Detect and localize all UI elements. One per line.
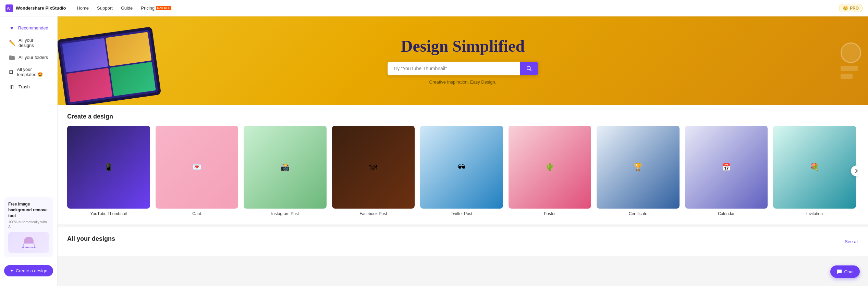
layout: ♥ Recommended ✏️ All your designs All yo… xyxy=(0,16,868,286)
free-tool-image: AI Remove xyxy=(8,232,49,253)
card-img-poster: 🌵 xyxy=(509,126,591,209)
section-divider xyxy=(58,224,868,227)
card-img-fb: 🍽 xyxy=(332,126,415,209)
sidebar-item-recommended[interactable]: ♥ Recommended xyxy=(3,22,54,34)
svg-rect-2 xyxy=(9,55,12,57)
card-img-cert: 🏆 xyxy=(597,126,680,209)
card-twitter-post[interactable]: 🕶 Twitter Post xyxy=(420,126,503,216)
hero-subtitle: Creative Inspiration, Easy Design. xyxy=(388,79,538,85)
card-label-card: Card xyxy=(156,211,239,216)
sidebar-label-templates: All your templates 🤩 xyxy=(17,67,48,77)
card-img-tw: 🕶 xyxy=(420,126,503,209)
all-your-designs-section: All your designs See all xyxy=(58,227,868,256)
sidebar-item-all-designs[interactable]: ✏️ All your designs xyxy=(3,35,54,51)
card-label-tw: Twitter Post xyxy=(420,211,503,216)
sidebar-item-trash[interactable]: 🗑 Trash xyxy=(3,81,54,93)
card-calendar[interactable]: 📅 Calendar xyxy=(685,126,768,216)
hero-search-button[interactable] xyxy=(520,62,538,75)
mini-card-4 xyxy=(110,62,156,96)
sidebar-item-templates[interactable]: ⊞ All your templates 🤩 xyxy=(3,64,54,80)
free-tool-card: Free image background remove tool 100% a… xyxy=(4,197,53,257)
sidebar-item-all-folders[interactable]: All your folders xyxy=(3,52,54,63)
hero-search-bar xyxy=(388,62,538,75)
card-img-inv: 💐 xyxy=(773,126,856,209)
nav-links: Home Support Guide Pricing 60% OFF xyxy=(77,5,171,11)
nav-guide[interactable]: Guide xyxy=(121,5,133,11)
card-label-cert: Certificate xyxy=(597,211,680,216)
card-instagram-post[interactable]: 📸 Instagram Post xyxy=(244,126,327,216)
card-img-cal: 📅 xyxy=(685,126,768,209)
hero-right-decoration xyxy=(841,42,861,79)
card-label-yt: YouTube Thumbnail xyxy=(67,211,150,216)
trash-icon: 🗑 xyxy=(9,84,15,90)
plus-icon: ✦ xyxy=(10,268,14,273)
svg-point-7 xyxy=(527,66,530,70)
nav-right: 👑 PRO xyxy=(839,4,863,12)
nav-pricing[interactable]: Pricing 60% OFF xyxy=(141,5,171,11)
card-img-ig: 📸 xyxy=(244,126,327,209)
see-all-link[interactable]: See all xyxy=(845,239,858,244)
free-tool-subtitle: 100% automatically with AI xyxy=(8,220,49,229)
svg-line-8 xyxy=(530,69,531,71)
nav-home[interactable]: Home xyxy=(77,5,89,11)
brand: W Wondershare PixStudio xyxy=(5,4,66,12)
search-icon xyxy=(526,65,532,72)
heart-icon: ♥ xyxy=(9,25,15,31)
edit-icon: ✏️ xyxy=(9,40,15,46)
main-content: Design Simplified Creative Inspiration, … xyxy=(58,16,868,286)
mini-card-2 xyxy=(106,32,151,66)
card-certificate[interactable]: 🏆 Certificate xyxy=(597,126,680,216)
top-nav: W Wondershare PixStudio Home Support Gui… xyxy=(0,0,868,16)
sidebar-label-all-designs: All your designs xyxy=(19,38,48,48)
pro-badge[interactable]: 👑 PRO xyxy=(839,4,863,12)
card-label-fb: Facebook Post xyxy=(332,211,415,216)
svg-text:AI Remove: AI Remove xyxy=(22,246,36,249)
hero-banner: Design Simplified Creative Inspiration, … xyxy=(58,16,868,105)
create-design-title: Create a design xyxy=(67,113,858,120)
design-cards-row: 📱 YouTube Thumbnail 💌 Card xyxy=(67,126,858,216)
chevron-right-icon xyxy=(854,169,858,173)
mini-card-3 xyxy=(66,68,112,102)
card-label-cal: Calendar xyxy=(685,211,768,216)
brand-name: Wondershare PixStudio xyxy=(16,5,66,11)
all-designs-title: All your designs xyxy=(67,235,115,243)
tablet-body xyxy=(58,26,161,105)
designs-header: All your designs See all xyxy=(67,235,858,248)
card-img-yt: 📱 xyxy=(67,126,150,209)
sidebar-label-all-folders: All your folders xyxy=(19,55,48,60)
create-btn-label: Create a design xyxy=(16,268,47,273)
card-facebook-post[interactable]: 🍽 Facebook Post xyxy=(332,126,415,216)
card-invitation[interactable]: 💐 Invitation xyxy=(773,126,856,216)
hero-tablet-illustration xyxy=(58,16,167,105)
hero-title: Design Simplified xyxy=(388,37,538,55)
sidebar-label-recommended: Recommended xyxy=(18,25,48,30)
folder-icon xyxy=(9,55,15,60)
template-icon: ⊞ xyxy=(9,69,13,75)
deco-rect-2 xyxy=(841,74,853,79)
chat-label: Chat xyxy=(844,269,854,274)
card-card[interactable]: 💌 Card xyxy=(156,126,239,216)
chat-button[interactable]: Chat xyxy=(830,265,860,278)
card-label-poster: Poster xyxy=(509,211,591,216)
card-label-ig: Instagram Post xyxy=(244,211,327,216)
brand-icon: W xyxy=(5,4,13,12)
chat-icon xyxy=(836,269,842,274)
card-label-inv: Invitation xyxy=(773,211,856,216)
create-design-button[interactable]: ✦ Create a design xyxy=(4,265,53,276)
nav-support[interactable]: Support xyxy=(97,5,113,11)
crown-icon: 👑 xyxy=(843,5,848,11)
card-poster[interactable]: 🌵 Poster xyxy=(509,126,591,216)
mini-card-1 xyxy=(62,38,108,72)
free-tool-title: Free image background remove tool xyxy=(8,201,49,219)
discount-badge: 60% OFF xyxy=(156,6,171,11)
deco-rect xyxy=(841,66,858,71)
create-design-section: Create a design 📱 YouTube Thumbnail xyxy=(58,105,868,224)
card-img-card: 💌 xyxy=(156,126,239,209)
hero-content: Design Simplified Creative Inspiration, … xyxy=(388,37,538,85)
sidebar: ♥ Recommended ✏️ All your designs All yo… xyxy=(0,16,58,286)
hero-search-input[interactable] xyxy=(388,62,520,75)
pro-label: PRO xyxy=(850,6,859,11)
sidebar-bottom: Free image background remove tool 100% a… xyxy=(0,193,57,261)
svg-text:W: W xyxy=(7,7,11,11)
card-youtube-thumbnail[interactable]: 📱 YouTube Thumbnail xyxy=(67,126,150,216)
